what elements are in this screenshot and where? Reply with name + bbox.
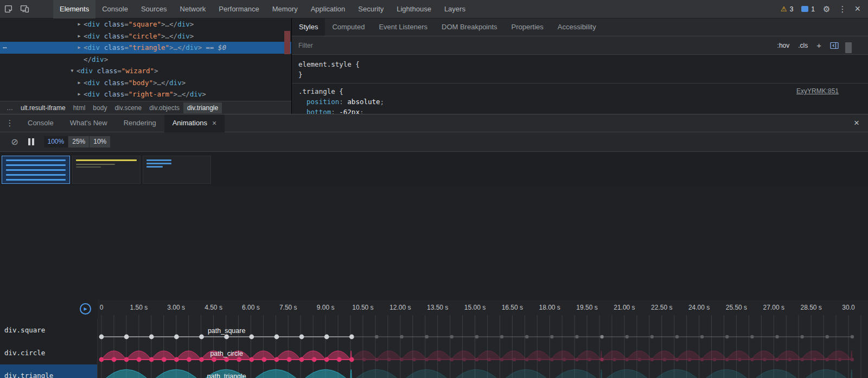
expand-arrow-icon[interactable]: ▶ bbox=[76, 42, 82, 54]
breadcrumb-item[interactable]: div.triangle bbox=[183, 102, 222, 113]
stylesheet-link[interactable]: ExyYRMK:851 bbox=[796, 86, 839, 97]
tab-memory[interactable]: Memory bbox=[266, 0, 304, 18]
animation-preview-1[interactable] bbox=[2, 156, 70, 184]
svg-text:path_square: path_square bbox=[208, 327, 246, 335]
svg-text:21.00 s: 21.00 s bbox=[614, 304, 635, 311]
timeline-row-div-square[interactable]: div.square bbox=[0, 319, 97, 342]
close-drawer-icon[interactable]: × bbox=[854, 118, 859, 129]
drawer-menu-icon[interactable]: ⋮ bbox=[0, 118, 20, 128]
speed-25-[interactable]: 25% bbox=[68, 136, 89, 148]
tab-application[interactable]: Application bbox=[304, 0, 352, 18]
device-toolbar-icon[interactable] bbox=[16, 0, 33, 18]
warning-icon: ⚠ bbox=[781, 5, 787, 13]
animation-preview-3[interactable] bbox=[143, 156, 211, 184]
style-rule: .triangle {ExyYRMK:851 position: absolut… bbox=[292, 86, 868, 114]
styles-filter-bar: Filter :hov .cls + bbox=[292, 36, 868, 55]
rule-selector-line[interactable]: .triangle {ExyYRMK:851 bbox=[292, 86, 868, 97]
replay-button[interactable]: ▶ bbox=[80, 303, 91, 315]
svg-text:0: 0 bbox=[100, 304, 104, 311]
drawer-tab-animations[interactable]: Animations× bbox=[164, 114, 225, 132]
svg-text:25.50 s: 25.50 s bbox=[726, 304, 747, 311]
drawer-tab-console[interactable]: Console bbox=[20, 114, 62, 132]
svg-text:1.50 s: 1.50 s bbox=[130, 304, 148, 311]
dom-row[interactable]: ▶<div class="body">…</div> bbox=[0, 77, 291, 89]
drawer-tabbar: ⋮ ConsoleWhat's NewRenderingAnimations× … bbox=[0, 114, 868, 132]
speed-10-[interactable]: 10% bbox=[90, 136, 110, 148]
timeline-row-labels: div.squarediv.circlediv.trianglediv.righ… bbox=[0, 319, 98, 378]
svg-text:22.50 s: 22.50 s bbox=[651, 304, 672, 311]
styles-tab-event-listeners[interactable]: Event Listeners bbox=[372, 18, 435, 36]
styles-tab-styles[interactable]: Styles bbox=[292, 18, 325, 36]
svg-text:19.50 s: 19.50 s bbox=[576, 304, 597, 311]
tab-elements[interactable]: Elements bbox=[53, 0, 95, 18]
new-style-rule-icon[interactable]: + bbox=[816, 41, 821, 50]
tab-network[interactable]: Network bbox=[174, 0, 213, 18]
breadcrumb-item[interactable]: body bbox=[89, 102, 111, 113]
clear-animations-icon[interactable]: ⊘ bbox=[5, 137, 24, 147]
drawer-tab-what-s-new[interactable]: What's New bbox=[62, 114, 116, 132]
speed-100-[interactable]: 100% bbox=[44, 136, 68, 148]
svg-text:13.50 s: 13.50 s bbox=[427, 304, 448, 311]
class-toggle[interactable]: .cls bbox=[798, 42, 808, 49]
dom-row[interactable]: ▶<div class="circle">…</div> bbox=[0, 30, 291, 42]
more-options-icon[interactable]: ⋮ bbox=[838, 5, 846, 13]
styles-tab-dom-breakpoints[interactable]: DOM Breakpoints bbox=[435, 18, 505, 36]
tab-console[interactable]: Console bbox=[95, 0, 135, 18]
breadcrumb-item[interactable]: ult.result-iframe bbox=[17, 102, 69, 113]
tab-security[interactable]: Security bbox=[352, 0, 390, 18]
drawer-tab-rendering[interactable]: Rendering bbox=[116, 114, 164, 132]
tab-performance[interactable]: Performance bbox=[212, 0, 265, 18]
svg-text:27.00 s: 27.00 s bbox=[763, 304, 784, 311]
rule-selector-line[interactable]: element.style { bbox=[292, 59, 868, 69]
animation-previews bbox=[0, 152, 868, 186]
dom-row[interactable]: ⋯▶<div class="triangle">…</div>== $0 bbox=[0, 42, 291, 54]
timeline-row-div-circle[interactable]: div.circle bbox=[0, 342, 97, 364]
css-property[interactable]: bottom: -62px; bbox=[292, 107, 868, 114]
expand-arrow-icon[interactable]: ▶ bbox=[76, 18, 82, 30]
animation-preview-2[interactable] bbox=[72, 156, 141, 184]
playback-rate-buttons: 100%25%10% bbox=[44, 136, 111, 148]
styles-tab-computed[interactable]: Computed bbox=[325, 18, 372, 36]
breadcrumb-item[interactable]: div.scene bbox=[111, 102, 145, 113]
expand-arrow-icon[interactable]: ▶ bbox=[76, 88, 82, 100]
tab-layers[interactable]: Layers bbox=[438, 0, 472, 18]
svg-text:6.00 s: 6.00 s bbox=[242, 304, 260, 311]
dom-row[interactable]: </div> bbox=[0, 54, 291, 66]
inspect-icon[interactable] bbox=[0, 0, 16, 18]
breadcrumb-item[interactable]: div.objects bbox=[145, 102, 183, 113]
collapse-arrow-icon[interactable]: ▼ bbox=[69, 65, 75, 77]
css-property[interactable]: position: absolute; bbox=[292, 97, 868, 107]
svg-text:28.50 s: 28.50 s bbox=[800, 304, 821, 311]
sidebar-toggle-icon[interactable] bbox=[830, 42, 839, 49]
styles-tab-accessibility[interactable]: Accessibility bbox=[551, 18, 603, 36]
hover-state-toggle[interactable]: :hov bbox=[777, 42, 790, 49]
expand-arrow-icon[interactable]: ▶ bbox=[76, 30, 82, 42]
svg-text:12.00 s: 12.00 s bbox=[390, 304, 411, 311]
animations-controls: ⊘ 100%25%10% bbox=[0, 132, 868, 152]
overflow-icon[interactable]: ⋯ bbox=[3, 42, 8, 54]
svg-text:18.00 s: 18.00 s bbox=[539, 304, 560, 311]
dom-row[interactable]: ▶<div class="right-arm">…</div> bbox=[0, 88, 291, 100]
warnings-badge[interactable]: ⚠ 3 bbox=[781, 5, 793, 13]
tab-sources[interactable]: Sources bbox=[135, 0, 174, 18]
styles-scrollbar-thumb[interactable] bbox=[845, 42, 852, 53]
timeline-row-div-triangle[interactable]: div.triangle bbox=[0, 364, 97, 378]
dom-row[interactable]: ▶<div class="square">…</div> bbox=[0, 18, 291, 30]
filter-input[interactable]: Filter bbox=[298, 42, 313, 49]
animations-canvas[interactable]: 01.50 s3.00 s4.50 s6.00 s7.50 s9.00 s10.… bbox=[98, 300, 868, 378]
pause-icon[interactable] bbox=[28, 138, 34, 145]
animations-timeline: 01.50 s3.00 s4.50 s6.00 s7.50 s9.00 s10.… bbox=[0, 300, 868, 378]
close-devtools-icon[interactable]: × bbox=[854, 3, 860, 15]
dom-scrollbar-thumb[interactable] bbox=[284, 31, 290, 54]
tab-lighthouse[interactable]: Lighthouse bbox=[390, 0, 438, 18]
close-tab-icon[interactable]: × bbox=[212, 114, 216, 132]
dom-tree: ▶<div class="square">…</div>▶<div class=… bbox=[0, 18, 291, 101]
dom-row[interactable]: ▼<div class="wizard"> bbox=[0, 65, 291, 77]
expand-arrow-icon[interactable]: ▶ bbox=[76, 77, 82, 89]
messages-badge[interactable]: 1 bbox=[801, 5, 815, 13]
svg-text:7.50 s: 7.50 s bbox=[279, 304, 297, 311]
settings-gear-icon[interactable]: ⚙ bbox=[823, 5, 830, 13]
breadcrumb-item[interactable]: … bbox=[3, 102, 17, 113]
breadcrumb-item[interactable]: html bbox=[69, 102, 90, 113]
styles-tab-properties[interactable]: Properties bbox=[505, 18, 551, 36]
